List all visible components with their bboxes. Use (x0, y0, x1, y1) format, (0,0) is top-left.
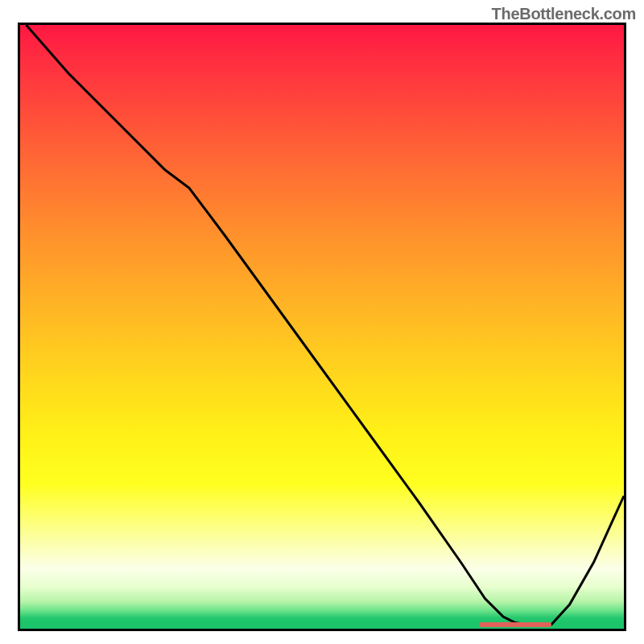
plot-area (18, 23, 626, 631)
curve-layer (20, 25, 624, 629)
highlight-segment (479, 622, 551, 627)
data-curve (27, 25, 625, 625)
root-container: TheBottleneck.com (0, 0, 644, 644)
watermark-label: TheBottleneck.com (492, 5, 636, 23)
